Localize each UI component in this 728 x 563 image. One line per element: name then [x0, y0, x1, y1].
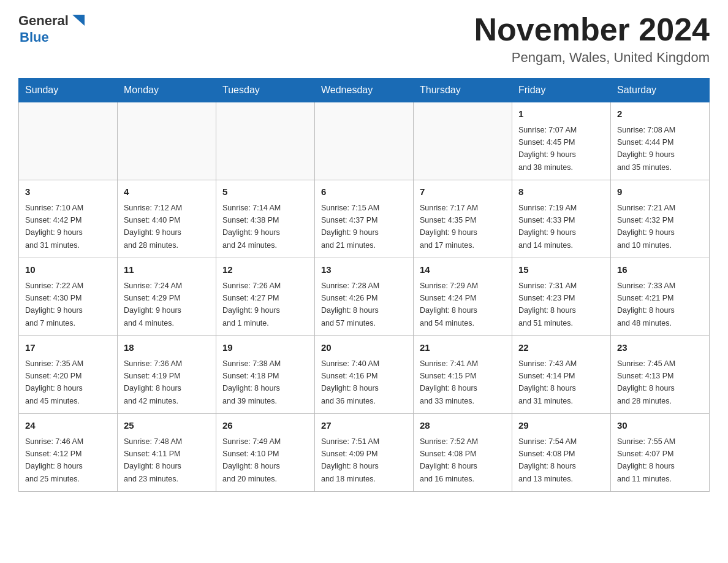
calendar-day-cell: 5Sunrise: 7:14 AM Sunset: 4:38 PM Daylig…: [216, 180, 315, 258]
day-info: Sunrise: 7:22 AM Sunset: 4:30 PM Dayligh…: [25, 282, 83, 327]
logo-triangle-icon: [70, 12, 87, 29]
day-number: 30: [617, 419, 703, 433]
day-number: 13: [321, 263, 407, 277]
calendar-day-cell: 3Sunrise: 7:10 AM Sunset: 4:42 PM Daylig…: [19, 180, 118, 258]
day-number: 8: [518, 185, 604, 199]
logo: General Blue: [18, 12, 87, 45]
calendar-day-cell: 19Sunrise: 7:38 AM Sunset: 4:18 PM Dayli…: [216, 336, 315, 414]
day-number: 6: [321, 185, 407, 199]
calendar-day-cell: 14Sunrise: 7:29 AM Sunset: 4:24 PM Dayli…: [414, 258, 512, 336]
day-number: 26: [222, 419, 308, 433]
calendar-week-row: 1Sunrise: 7:07 AM Sunset: 4:45 PM Daylig…: [19, 102, 710, 180]
calendar-day-cell: 27Sunrise: 7:51 AM Sunset: 4:09 PM Dayli…: [315, 414, 414, 492]
day-info: Sunrise: 7:45 AM Sunset: 4:13 PM Dayligh…: [617, 359, 675, 405]
calendar-header-wednesday: Wednesday: [315, 79, 414, 102]
day-number: 5: [222, 185, 308, 199]
day-number: 12: [222, 263, 308, 277]
calendar-header-tuesday: Tuesday: [216, 79, 315, 102]
day-info: Sunrise: 7:33 AM Sunset: 4:21 PM Dayligh…: [617, 282, 675, 327]
calendar-day-cell: 6Sunrise: 7:15 AM Sunset: 4:37 PM Daylig…: [315, 180, 414, 258]
calendar-day-cell: 21Sunrise: 7:41 AM Sunset: 4:15 PM Dayli…: [414, 336, 512, 414]
calendar-header-sunday: Sunday: [19, 79, 118, 102]
calendar-day-cell: 16Sunrise: 7:33 AM Sunset: 4:21 PM Dayli…: [611, 258, 710, 336]
calendar-day-cell: 13Sunrise: 7:28 AM Sunset: 4:26 PM Dayli…: [315, 258, 414, 336]
calendar-day-cell: [315, 102, 414, 180]
day-info: Sunrise: 7:29 AM Sunset: 4:24 PM Dayligh…: [420, 282, 478, 327]
day-number: 14: [420, 263, 506, 277]
day-number: 27: [321, 419, 407, 433]
calendar-day-cell: 29Sunrise: 7:54 AM Sunset: 4:08 PM Dayli…: [512, 414, 611, 492]
calendar-week-row: 24Sunrise: 7:46 AM Sunset: 4:12 PM Dayli…: [19, 414, 710, 492]
calendar-header-row: SundayMondayTuesdayWednesdayThursdayFrid…: [19, 79, 710, 102]
calendar-week-row: 3Sunrise: 7:10 AM Sunset: 4:42 PM Daylig…: [19, 180, 710, 258]
day-number: 20: [321, 341, 407, 355]
day-info: Sunrise: 7:14 AM Sunset: 4:38 PM Dayligh…: [222, 204, 281, 250]
calendar-day-cell: 23Sunrise: 7:45 AM Sunset: 4:13 PM Dayli…: [611, 336, 710, 414]
day-info: Sunrise: 7:31 AM Sunset: 4:23 PM Dayligh…: [518, 282, 577, 327]
calendar-header-monday: Monday: [118, 79, 216, 102]
day-number: 11: [124, 263, 210, 277]
calendar-day-cell: 18Sunrise: 7:36 AM Sunset: 4:19 PM Dayli…: [118, 336, 216, 414]
day-info: Sunrise: 7:46 AM Sunset: 4:12 PM Dayligh…: [25, 437, 83, 483]
calendar-header-thursday: Thursday: [414, 79, 512, 102]
calendar-day-cell: 4Sunrise: 7:12 AM Sunset: 4:40 PM Daylig…: [118, 180, 216, 258]
calendar-day-cell: 2Sunrise: 7:08 AM Sunset: 4:44 PM Daylig…: [611, 102, 710, 180]
day-info: Sunrise: 7:21 AM Sunset: 4:32 PM Dayligh…: [617, 204, 675, 250]
day-number: 7: [420, 185, 506, 199]
calendar-week-row: 10Sunrise: 7:22 AM Sunset: 4:30 PM Dayli…: [19, 258, 710, 336]
calendar-day-cell: 26Sunrise: 7:49 AM Sunset: 4:10 PM Dayli…: [216, 414, 315, 492]
day-number: 21: [420, 341, 506, 355]
day-info: Sunrise: 7:24 AM Sunset: 4:29 PM Dayligh…: [124, 282, 182, 327]
calendar-day-cell: 10Sunrise: 7:22 AM Sunset: 4:30 PM Dayli…: [19, 258, 118, 336]
logo-text-general: General: [18, 13, 69, 29]
calendar-day-cell: 20Sunrise: 7:40 AM Sunset: 4:16 PM Dayli…: [315, 336, 414, 414]
calendar-day-cell: 22Sunrise: 7:43 AM Sunset: 4:14 PM Dayli…: [512, 336, 611, 414]
day-info: Sunrise: 7:49 AM Sunset: 4:10 PM Dayligh…: [222, 437, 281, 483]
calendar-table: SundayMondayTuesdayWednesdayThursdayFrid…: [18, 78, 710, 492]
day-info: Sunrise: 7:41 AM Sunset: 4:15 PM Dayligh…: [420, 359, 478, 405]
calendar-day-cell: [414, 102, 512, 180]
day-info: Sunrise: 7:08 AM Sunset: 4:44 PM Dayligh…: [617, 126, 675, 172]
calendar-day-cell: 17Sunrise: 7:35 AM Sunset: 4:20 PM Dayli…: [19, 336, 118, 414]
day-number: 18: [124, 341, 210, 355]
day-info: Sunrise: 7:26 AM Sunset: 4:27 PM Dayligh…: [222, 282, 281, 327]
day-number: 28: [420, 419, 506, 433]
calendar-header-friday: Friday: [512, 79, 611, 102]
day-number: 3: [25, 185, 111, 199]
calendar-header-saturday: Saturday: [611, 79, 710, 102]
calendar-day-cell: 24Sunrise: 7:46 AM Sunset: 4:12 PM Dayli…: [19, 414, 118, 492]
calendar-day-cell: 28Sunrise: 7:52 AM Sunset: 4:08 PM Dayli…: [414, 414, 512, 492]
svg-marker-0: [72, 15, 85, 26]
day-number: 22: [518, 341, 604, 355]
logo-text-blue: Blue: [20, 29, 49, 45]
day-info: Sunrise: 7:54 AM Sunset: 4:08 PM Dayligh…: [518, 437, 577, 483]
calendar-week-row: 17Sunrise: 7:35 AM Sunset: 4:20 PM Dayli…: [19, 336, 710, 414]
calendar-day-cell: [216, 102, 315, 180]
day-info: Sunrise: 7:38 AM Sunset: 4:18 PM Dayligh…: [222, 359, 281, 405]
day-number: 1: [518, 107, 604, 121]
title-section: November 2024 Pengam, Wales, United King…: [474, 12, 710, 66]
day-info: Sunrise: 7:15 AM Sunset: 4:37 PM Dayligh…: [321, 204, 379, 250]
calendar-day-cell: 15Sunrise: 7:31 AM Sunset: 4:23 PM Dayli…: [512, 258, 611, 336]
calendar-day-cell: 25Sunrise: 7:48 AM Sunset: 4:11 PM Dayli…: [118, 414, 216, 492]
day-info: Sunrise: 7:52 AM Sunset: 4:08 PM Dayligh…: [420, 437, 478, 483]
day-info: Sunrise: 7:51 AM Sunset: 4:09 PM Dayligh…: [321, 437, 379, 483]
day-number: 19: [222, 341, 308, 355]
day-info: Sunrise: 7:35 AM Sunset: 4:20 PM Dayligh…: [25, 359, 83, 405]
day-info: Sunrise: 7:10 AM Sunset: 4:42 PM Dayligh…: [25, 204, 83, 250]
day-info: Sunrise: 7:17 AM Sunset: 4:35 PM Dayligh…: [420, 204, 478, 250]
day-number: 24: [25, 419, 111, 433]
calendar-day-cell: 11Sunrise: 7:24 AM Sunset: 4:29 PM Dayli…: [118, 258, 216, 336]
calendar-day-cell: 9Sunrise: 7:21 AM Sunset: 4:32 PM Daylig…: [611, 180, 710, 258]
day-number: 17: [25, 341, 111, 355]
page-header: General Blue November 2024 Pengam, Wales…: [18, 12, 710, 66]
calendar-day-cell: 12Sunrise: 7:26 AM Sunset: 4:27 PM Dayli…: [216, 258, 315, 336]
day-number: 10: [25, 263, 111, 277]
day-info: Sunrise: 7:43 AM Sunset: 4:14 PM Dayligh…: [518, 359, 577, 405]
location-title: Pengam, Wales, United Kingdom: [474, 50, 710, 66]
day-info: Sunrise: 7:12 AM Sunset: 4:40 PM Dayligh…: [124, 204, 182, 250]
day-number: 29: [518, 419, 604, 433]
day-info: Sunrise: 7:19 AM Sunset: 4:33 PM Dayligh…: [518, 204, 577, 250]
day-number: 2: [617, 107, 703, 121]
calendar-day-cell: [118, 102, 216, 180]
